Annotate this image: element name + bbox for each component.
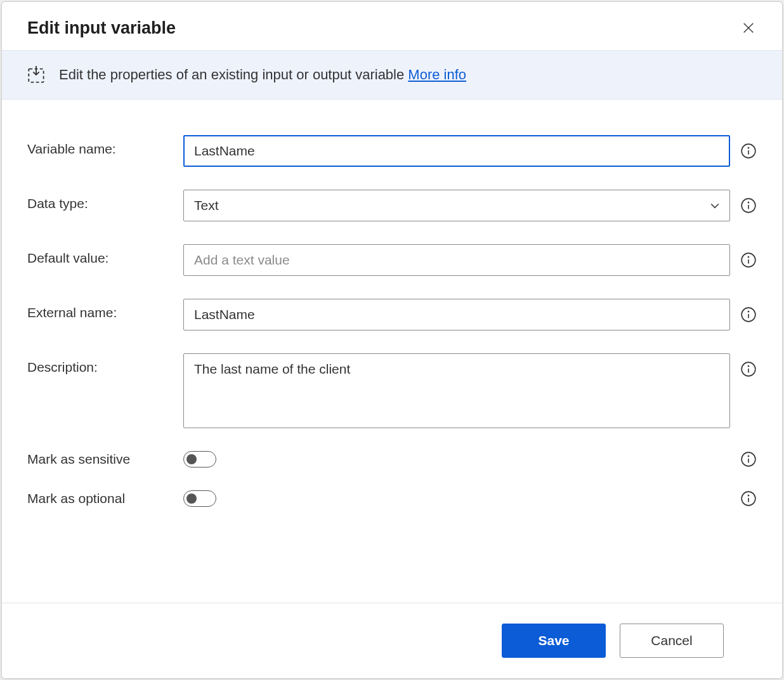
- dialog-header: Edit input variable: [2, 2, 782, 50]
- info-icon[interactable]: [740, 361, 757, 377]
- svg-point-15: [748, 311, 748, 312]
- label-mark-optional: Mark as optional: [27, 491, 173, 506]
- label-description: Description:: [27, 353, 173, 375]
- close-button[interactable]: [738, 17, 759, 39]
- row-mark-optional: Mark as optional: [27, 490, 757, 507]
- info-icon[interactable]: [740, 451, 757, 468]
- info-icon[interactable]: [740, 143, 757, 159]
- default-value-input[interactable]: [183, 244, 730, 276]
- dialog-title: Edit input variable: [27, 18, 176, 38]
- row-data-type: Data type:: [27, 190, 757, 221]
- row-mark-sensitive: Mark as sensitive: [27, 451, 757, 468]
- info-text-content: Edit the properties of an existing input…: [59, 67, 404, 82]
- info-icon[interactable]: [740, 490, 757, 507]
- external-name-input[interactable]: [183, 299, 730, 330]
- svg-point-18: [748, 366, 748, 367]
- data-type-select[interactable]: [183, 190, 730, 221]
- toggle-thumb: [186, 494, 197, 504]
- label-variable-name: Variable name:: [27, 135, 173, 157]
- row-description: Description:: [27, 353, 757, 428]
- mark-optional-toggle[interactable]: [183, 490, 216, 507]
- label-default-value: Default value:: [27, 244, 173, 266]
- dialog-footer: Save Cancel: [2, 603, 782, 678]
- row-default-value: Default value:: [27, 244, 757, 276]
- info-icon[interactable]: [740, 197, 757, 214]
- row-variable-name: Variable name:: [27, 135, 757, 167]
- svg-point-21: [748, 456, 748, 457]
- cancel-button[interactable]: Cancel: [620, 624, 724, 658]
- info-text: Edit the properties of an existing input…: [59, 67, 466, 83]
- svg-point-24: [748, 495, 748, 496]
- mark-sensitive-toggle[interactable]: [183, 451, 216, 468]
- svg-point-9: [748, 202, 748, 203]
- svg-point-6: [748, 148, 748, 148]
- label-mark-sensitive: Mark as sensitive: [27, 452, 173, 467]
- toggle-thumb: [186, 454, 197, 464]
- info-icon[interactable]: [740, 306, 757, 323]
- label-data-type: Data type:: [27, 190, 173, 211]
- label-external-name: External name:: [27, 299, 173, 320]
- input-variable-icon: [27, 66, 45, 84]
- info-icon[interactable]: [740, 252, 757, 268]
- variable-name-input[interactable]: [183, 135, 730, 167]
- svg-point-12: [748, 257, 748, 258]
- close-icon: [742, 21, 755, 35]
- row-external-name: External name:: [27, 299, 757, 330]
- info-banner: Edit the properties of an existing input…: [2, 50, 782, 100]
- edit-input-variable-dialog: Edit input variable Edit the properties …: [1, 1, 783, 679]
- save-button[interactable]: Save: [502, 624, 606, 658]
- more-info-link[interactable]: More info: [408, 67, 466, 82]
- form-body: Variable name: Data type:: [2, 100, 782, 603]
- description-textarea[interactable]: [183, 353, 730, 428]
